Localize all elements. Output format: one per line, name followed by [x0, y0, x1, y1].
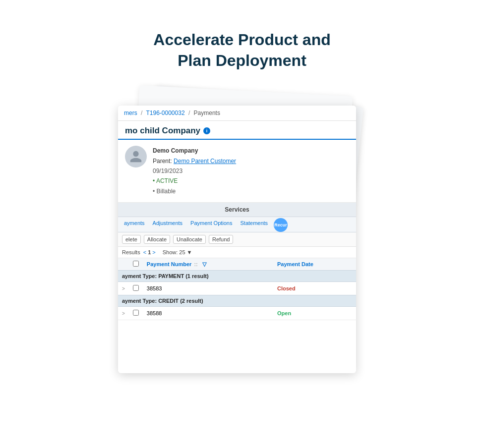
- results-label: Results: [122, 249, 140, 255]
- breadcrumb-sep-1: /: [141, 110, 142, 116]
- parent-info: Parent: Demo Parent Customer: [153, 156, 236, 166]
- show-value: 25: [179, 249, 185, 255]
- next-page-button[interactable]: >: [152, 249, 155, 255]
- main-card: mers / T196-0000032 / Payments mo child …: [118, 106, 356, 373]
- row-1-number: 38583: [143, 282, 273, 295]
- profile-section: Demo Company Parent: Demo Parent Custome…: [118, 140, 356, 203]
- card-header: mo child Company i: [118, 121, 356, 140]
- tab-payments[interactable]: ayments: [120, 217, 149, 232]
- tab-recur-label: Recur: [274, 223, 287, 227]
- group-row-payment: ayment Type: PAYMENT (1 result): [118, 271, 356, 282]
- unallocate-button[interactable]: Unallocate: [173, 235, 206, 244]
- row-2-checkbox[interactable]: [133, 310, 139, 316]
- breadcrumb-sep-2: /: [188, 110, 190, 116]
- row-1-status: Closed: [277, 285, 296, 291]
- company-child-name: mo child Company: [125, 126, 200, 136]
- current-page: 1: [148, 249, 151, 255]
- avatar: [125, 146, 147, 168]
- tab-payment-options[interactable]: Payment Options: [186, 217, 236, 232]
- tab-recur-circle[interactable]: Recur: [274, 218, 288, 232]
- show-label: Show: 25 ▼: [163, 249, 192, 255]
- tab-statements[interactable]: Statements: [236, 217, 272, 232]
- col-payment-date: Payment Date: [273, 258, 356, 271]
- nav-tabs: ayments Adjustments Payment Options Stat…: [118, 217, 356, 232]
- card-header-title: mo child Company i: [125, 126, 349, 136]
- table-row: > 38588 Open: [118, 307, 356, 320]
- tab-adjustments[interactable]: Adjustments: [149, 217, 187, 232]
- breadcrumb-customers-link[interactable]: mers: [124, 110, 137, 116]
- parent-label: Parent:: [153, 158, 172, 165]
- prev-page-button[interactable]: <: [143, 249, 146, 255]
- cards-container: mers / T196-0000032 / Payments mo child …: [103, 86, 381, 393]
- breadcrumb-current: Payments: [194, 110, 220, 116]
- row-checkbox-2[interactable]: [129, 307, 143, 320]
- group-payment-label: ayment Type: PAYMENT (1 result): [118, 271, 356, 282]
- parent-customer-link[interactable]: Demo Parent Customer: [174, 158, 236, 165]
- group-credit-label: ayment Type: CREDIT (2 result): [118, 295, 356, 307]
- status-active-badge: ACTIVE: [153, 176, 236, 186]
- page-title: Accelerate Product and Plan Deployment: [153, 30, 330, 71]
- col-handle-icon[interactable]: ::: [194, 261, 197, 267]
- group-row-credit: ayment Type: CREDIT (2 result): [118, 295, 356, 307]
- col-payment-number: Payment Number :: ▽: [143, 258, 273, 271]
- profile-info: Demo Company Parent: Demo Parent Custome…: [153, 146, 236, 196]
- col-checkbox: [129, 258, 143, 271]
- company-name: Demo Company: [153, 146, 236, 156]
- delete-button[interactable]: elete: [122, 235, 141, 244]
- services-header: Services: [118, 203, 356, 217]
- col-payment-number-label: Payment Number: [147, 261, 191, 267]
- row-checkbox-1[interactable]: [129, 282, 143, 295]
- row-2-number: 38588: [143, 307, 273, 320]
- allocate-button[interactable]: Allocate: [144, 235, 170, 244]
- user-icon: [129, 150, 143, 164]
- row-chevron-1[interactable]: >: [118, 282, 129, 295]
- row-chevron-2[interactable]: >: [118, 307, 129, 320]
- col-chevron: [118, 258, 129, 271]
- row-2-status: Open: [277, 310, 291, 316]
- results-bar: Results < 1 > Show: 25 ▼: [118, 247, 356, 258]
- action-bar: elete Allocate Unallocate Refund: [118, 232, 356, 247]
- row-1-checkbox[interactable]: [133, 285, 139, 291]
- breadcrumb: mers / T196-0000032 / Payments: [118, 106, 356, 121]
- pagination: < 1 >: [143, 249, 156, 255]
- table-row: > 38583 Closed: [118, 282, 356, 295]
- show-text: Show:: [163, 249, 178, 255]
- breadcrumb-invoice-link[interactable]: T196-0000032: [146, 110, 184, 116]
- account-date: 09/19/2023: [153, 166, 236, 176]
- select-all-checkbox[interactable]: [133, 261, 139, 267]
- payments-table: Payment Number :: ▽ Payment Date ayment …: [118, 258, 356, 320]
- show-dropdown-icon[interactable]: ▼: [187, 249, 192, 255]
- refund-button[interactable]: Refund: [209, 235, 233, 244]
- info-icon[interactable]: i: [203, 127, 210, 134]
- filter-icon[interactable]: ▽: [202, 261, 206, 268]
- status-billable-badge: Billable: [153, 186, 236, 196]
